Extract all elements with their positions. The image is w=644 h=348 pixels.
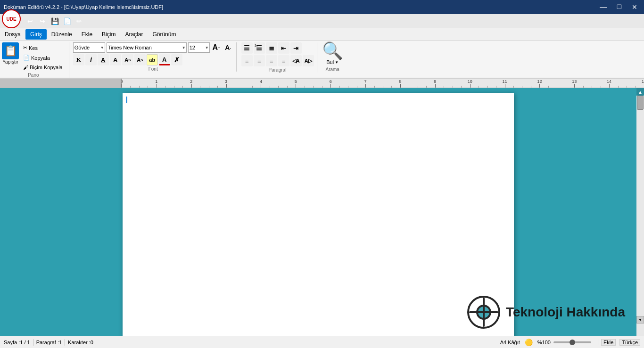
ruler-left-margin	[0, 79, 122, 88]
dir-ltr-button[interactable]: ◁A	[290, 55, 302, 66]
menu-ekle[interactable]: Ekle	[77, 29, 97, 40]
menu-giris[interactable]: Giriş	[25, 29, 47, 40]
emoji-status: 🟡	[525, 339, 533, 346]
multilevel-list-button[interactable]: ≣	[266, 42, 277, 54]
page-value: 1 / 1	[20, 340, 30, 345]
font-group: Gövde Başlık 1 Başlık 2 ▼ Times New Roma…	[71, 42, 237, 72]
watermark-text: Teknoloji Hakkında	[506, 305, 625, 320]
paragraf-label: Paragraf	[241, 67, 314, 73]
status-divider-1	[33, 339, 33, 346]
save-button[interactable]: 💾	[49, 16, 60, 27]
status-bar: Sayfa : 1 / 1 Paragraf : 1 Karakter : 0 …	[0, 336, 644, 348]
paper-type: A4 Kâğıt	[500, 340, 520, 345]
document-area: ▲ ▲ ▼ Teknoloji Hakkında	[0, 88, 644, 336]
paste-button[interactable]: 📋 Yapıştır	[2, 42, 19, 65]
font-size-increase-button[interactable]: A+	[211, 42, 222, 53]
underline-button[interactable]: A	[98, 54, 109, 65]
paragraf-group: ☰ 1.☰ ≣ ⇤ ⇥ ≡ ≡ ≡ ≡ ◁A A▷ Paragr	[239, 42, 317, 73]
paste-label: Yapıştır	[2, 59, 18, 65]
format-copy-button[interactable]: 🖌 Biçim Kopyala	[21, 63, 65, 72]
find-label: Bul	[326, 59, 334, 65]
minimize-button[interactable]: —	[596, 2, 611, 12]
insert-mode[interactable]: Ekle	[601, 339, 616, 346]
pano-group: 📋 Yapıştır ✂ Kes 📄 Kopyala	[2, 42, 69, 78]
window-controls: — ❐ ✕	[596, 2, 642, 12]
list-ordered-button[interactable]: 1.☰	[254, 42, 265, 54]
new-button[interactable]: 📄	[61, 16, 73, 27]
highlight-button[interactable]: ab	[147, 54, 158, 65]
scroll-down-button[interactable]: ▼	[636, 316, 644, 324]
align-right-button[interactable]: ≡	[266, 55, 277, 66]
page-label: Sayfa :	[4, 340, 20, 345]
scroll-track[interactable]	[636, 96, 644, 336]
font-style-wrapper: Gövde Başlık 1 Başlık 2 ▼	[73, 42, 105, 53]
text-cursor	[126, 97, 127, 103]
close-button[interactable]: ✕	[627, 2, 642, 12]
menu-dosya[interactable]: Dosya	[0, 29, 25, 40]
titlebar: Doküman Editörü v4.2.2 - [C:\Uyap\Uyap K…	[0, 0, 644, 14]
cut-button[interactable]: ✂ Kes	[21, 43, 65, 52]
app-logo: UDE	[2, 9, 21, 28]
redo-button[interactable]: ↪	[37, 16, 48, 27]
font-name-wrapper: Times New Roman Arial Calibri ▼	[107, 42, 187, 53]
find-button[interactable]: 🔍 Bul ▼	[322, 42, 343, 65]
ruler: 0123456789101112131415	[0, 79, 644, 88]
watermark: Teknoloji Hakkında	[467, 296, 625, 329]
menu-bar: Dosya Giriş Düzenle Ekle Biçim Araçlar G…	[0, 28, 644, 40]
char-label: Karakter :	[68, 340, 91, 345]
menu-bicim[interactable]: Biçim	[97, 29, 120, 40]
document-page[interactable]	[123, 93, 514, 336]
scroll-top-arrow[interactable]: ▲	[636, 88, 644, 96]
status-divider-2	[65, 339, 65, 346]
char-value: 0	[91, 340, 93, 345]
scroll-thumb[interactable]	[637, 96, 644, 110]
language-selector[interactable]: Türkçe	[619, 339, 640, 346]
font-color-button[interactable]: A	[159, 54, 170, 65]
paintbrush-icon: 🖌	[23, 65, 28, 70]
menu-duzenle[interactable]: Düzenle	[47, 29, 77, 40]
superscript-button[interactable]: As	[134, 54, 146, 65]
font-label: Font	[73, 66, 233, 72]
bold-button[interactable]: K	[73, 54, 84, 65]
font-style-select[interactable]: Gövde Başlık 1 Başlık 2	[73, 42, 105, 53]
para-value: 1	[59, 340, 62, 345]
menu-gorunum[interactable]: Görünüm	[148, 29, 181, 40]
ruler-content: 0123456789101112131415	[122, 79, 644, 88]
ribbon: 📋 Yapıştır ✂ Kes 📄 Kopyala	[0, 40, 644, 79]
zoom-thumb[interactable]	[570, 340, 575, 345]
restore-button[interactable]: ❐	[611, 2, 627, 12]
indent-increase-button[interactable]: ⇥	[290, 42, 302, 54]
zoom-slider[interactable]	[553, 341, 591, 343]
align-center-button[interactable]: ≡	[254, 55, 265, 66]
strikethrough-button[interactable]: A	[110, 54, 121, 65]
list-unordered-button[interactable]: ☰	[241, 42, 253, 54]
status-divider-3	[598, 339, 598, 346]
scrollbar-vertical: ▲ ▼	[636, 88, 644, 336]
font-size-select[interactable]: 12 891011 1416182436	[188, 42, 210, 53]
italic-button[interactable]: İ	[85, 54, 97, 65]
indent-decrease-button[interactable]: ⇤	[278, 42, 289, 54]
align-justify-button[interactable]: ≡	[278, 55, 289, 66]
watermark-logo	[467, 296, 500, 329]
arama-label: Arama	[325, 67, 339, 72]
subscript-button[interactable]: As	[122, 54, 133, 65]
app-title: Doküman Editörü v4.2.2 - [C:\Uyap\Uyap K…	[4, 4, 596, 10]
find-dropdown-arrow-icon: ▼	[335, 60, 339, 65]
edit-button[interactable]: ✏	[74, 16, 85, 27]
pano-label: Pano	[28, 73, 39, 78]
font-size-decrease-button[interactable]: A-	[223, 42, 233, 53]
clear-format-button[interactable]: ✗	[171, 54, 182, 65]
scissors-icon: ✂	[23, 45, 27, 51]
arama-group: 🔍 Bul ▼ Arama	[319, 42, 346, 72]
font-size-wrapper: 12 891011 1416182436 ▼	[188, 42, 210, 53]
align-left-button[interactable]: ≡	[241, 55, 253, 66]
copy-button[interactable]: 📄 Kopyala	[21, 53, 65, 62]
undo-button[interactable]: ↩	[25, 16, 36, 27]
menu-araclar[interactable]: Araçlar	[120, 29, 148, 40]
quick-access-toolbar: UDE ↩ ↪ 💾 📄 ✏	[0, 14, 644, 28]
dir-rtl-button[interactable]: A▷	[303, 55, 314, 66]
copy-icon: 📄	[23, 55, 30, 61]
zoom-value: %100	[537, 340, 551, 345]
para-label: Paragraf :	[36, 340, 59, 345]
font-name-select[interactable]: Times New Roman Arial Calibri	[107, 42, 187, 53]
